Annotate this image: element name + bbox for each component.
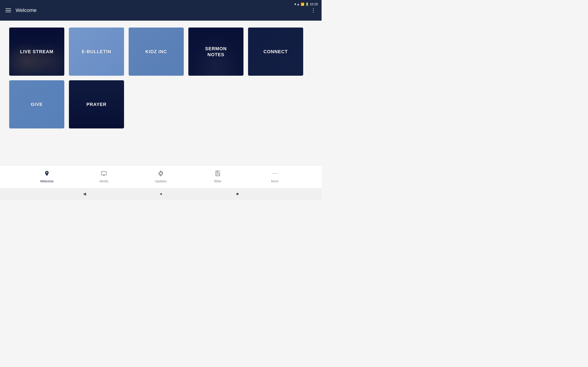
tile-connect-label: CONNECT	[248, 27, 303, 76]
welcome-icon	[44, 170, 50, 178]
svg-point-4	[276, 173, 277, 174]
nav-item-bible[interactable]: Bible	[206, 170, 229, 183]
nav-updates-label: Updates	[155, 179, 167, 183]
battery-icon: 🔋	[305, 2, 309, 6]
tile-row-1: LIVE STREAM E-BULLETIN KIDZ INC SERMONNO…	[9, 27, 312, 76]
page-title: Welcome	[16, 7, 36, 13]
nav-bible-label: Bible	[214, 179, 221, 183]
tile-live-stream-label: LIVE STREAM	[9, 27, 64, 76]
tile-e-bulletin-label: E-BULLETIN	[69, 27, 124, 76]
nav-welcome-label: Welcome	[40, 179, 53, 183]
tile-e-bulletin[interactable]: E-BULLETIN	[69, 27, 124, 76]
system-nav: ◀ ● ■	[0, 188, 321, 200]
wifi-icon: ▼▲	[294, 2, 300, 6]
svg-point-3	[274, 173, 275, 174]
bottom-nav: Welcome Media Updates Bible	[0, 165, 321, 188]
nav-item-media[interactable]: Media	[92, 170, 115, 183]
tile-prayer[interactable]: PRAYER	[69, 80, 124, 128]
tile-give-label: GIVE	[9, 80, 64, 128]
bible-icon	[215, 170, 221, 178]
media-icon	[101, 170, 107, 178]
signal-icon: 📶	[301, 2, 304, 6]
top-bar-left: Welcome	[6, 7, 36, 13]
tile-give[interactable]: GIVE	[9, 80, 64, 128]
overflow-menu-button[interactable]: ⋮	[311, 8, 316, 13]
svg-point-2	[273, 173, 273, 174]
tile-sermon-notes-label: SERMONNOTES	[188, 27, 243, 76]
nav-media-label: Media	[99, 179, 108, 183]
status-bar: ▼▲ 📶 🔋 10:26	[294, 2, 318, 6]
status-icons: ▼▲ 📶 🔋 10:26	[294, 2, 318, 6]
nav-item-more[interactable]: More	[263, 170, 286, 183]
tile-prayer-label: PRAYER	[69, 80, 124, 128]
nav-more-label: More	[271, 179, 278, 183]
menu-button[interactable]	[6, 8, 11, 12]
tile-connect[interactable]: CONNECT	[248, 27, 303, 76]
tile-row-2: GIVE PRAYER	[9, 80, 312, 128]
status-time: 10:26	[310, 2, 318, 6]
back-button[interactable]: ◀	[83, 191, 86, 196]
tile-sermon-notes[interactable]: SERMONNOTES	[188, 27, 243, 76]
recent-button[interactable]: ■	[236, 192, 239, 196]
home-button[interactable]: ●	[160, 192, 162, 196]
tile-kidz-inc-label: KIDZ INC	[129, 27, 184, 76]
top-bar-right: ▼▲ 📶 🔋 10:26 ⋮	[311, 8, 316, 13]
tile-live-stream[interactable]: LIVE STREAM	[9, 27, 64, 76]
top-bar: Welcome ▼▲ 📶 🔋 10:26 ⋮	[0, 0, 321, 21]
nav-item-updates[interactable]: Updates	[149, 170, 172, 183]
updates-icon	[158, 170, 164, 178]
tile-kidz-inc[interactable]: KIDZ INC	[129, 27, 184, 76]
more-icon	[272, 170, 278, 178]
main-content: LIVE STREAM E-BULLETIN KIDZ INC SERMONNO…	[0, 21, 321, 163]
nav-item-welcome[interactable]: Welcome	[35, 170, 58, 183]
